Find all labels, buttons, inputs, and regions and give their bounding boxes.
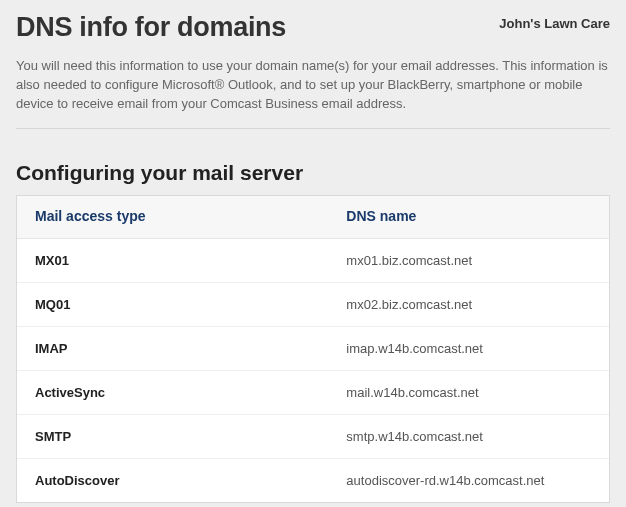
section-title: Configuring your mail server	[16, 161, 610, 185]
page-title: DNS info for domains	[16, 12, 286, 43]
table-row: SMTP smtp.w14b.comcast.net	[17, 415, 609, 459]
cell-access-type: SMTP	[35, 429, 346, 444]
cell-dns-name: imap.w14b.comcast.net	[346, 341, 591, 356]
cell-dns-name: mx01.biz.comcast.net	[346, 253, 591, 268]
table-row: MQ01 mx02.biz.comcast.net	[17, 283, 609, 327]
cell-access-type: AutoDiscover	[35, 473, 346, 488]
table-row: AutoDiscover autodiscover-rd.w14b.comcas…	[17, 459, 609, 502]
cell-dns-name: mx02.biz.comcast.net	[346, 297, 591, 312]
table-row: MX01 mx01.biz.comcast.net	[17, 239, 609, 283]
table-row: ActiveSync mail.w14b.comcast.net	[17, 371, 609, 415]
dns-table: Mail access type DNS name MX01 mx01.biz.…	[16, 195, 610, 503]
cell-dns-name: smtp.w14b.comcast.net	[346, 429, 591, 444]
intro-text: You will need this information to use yo…	[16, 57, 610, 129]
cell-access-type: IMAP	[35, 341, 346, 356]
cell-access-type: ActiveSync	[35, 385, 346, 400]
header-mail-access-type: Mail access type	[35, 208, 346, 224]
cell-access-type: MQ01	[35, 297, 346, 312]
account-name: John's Lawn Care	[499, 12, 610, 31]
cell-dns-name: mail.w14b.comcast.net	[346, 385, 591, 400]
table-header-row: Mail access type DNS name	[17, 196, 609, 239]
cell-dns-name: autodiscover-rd.w14b.comcast.net	[346, 473, 591, 488]
cell-access-type: MX01	[35, 253, 346, 268]
table-row: IMAP imap.w14b.comcast.net	[17, 327, 609, 371]
header-dns-name: DNS name	[346, 208, 591, 224]
